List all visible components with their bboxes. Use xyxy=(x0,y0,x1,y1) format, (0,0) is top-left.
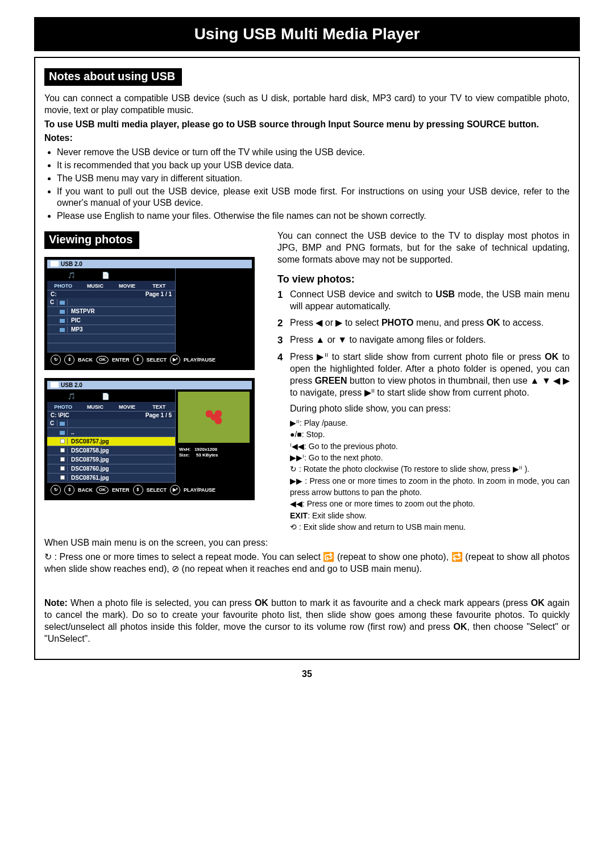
image-icon xyxy=(57,475,68,481)
folder-icon xyxy=(57,326,68,333)
usb-icon xyxy=(51,382,59,388)
usb-icon xyxy=(51,261,59,267)
step: 2Press ◀ or ▶ to select PHOTO menu, and … xyxy=(277,317,570,330)
page-title: Using USB Multi Media Player xyxy=(34,17,580,51)
osd2-path: C: \PIC xyxy=(51,412,69,418)
updown-icon: ⇕ xyxy=(133,485,143,495)
row-name: DSC08760.jpg xyxy=(68,466,175,472)
step: 3Press ▲ or ▼ to navigate among files or… xyxy=(277,334,570,347)
osd-screenshot-2: USB 2.0 🖼 🎵 ▶ 📄 PHOTO xyxy=(44,378,255,500)
notes-bullet: The USB menu may vary in different situa… xyxy=(57,173,570,185)
controls-list: ▶ᴵᴵ: Play /pause. ●/■: Stop. ᴵ◀◀: Go to … xyxy=(290,417,570,533)
section-notes-heading: Notes about using USB xyxy=(44,68,182,86)
row-name: MP3 xyxy=(68,326,175,333)
section-viewing-heading: Viewing photos xyxy=(44,231,139,249)
tab-photo: PHOTO xyxy=(47,404,79,410)
folder-icon xyxy=(57,420,68,426)
flower-image xyxy=(202,409,225,426)
rotate-icon: ↻ xyxy=(51,485,61,495)
row-name: DSC08757.jpg xyxy=(68,438,175,445)
image-icon xyxy=(57,456,68,463)
notes-bullet: It is recommended that you back up your … xyxy=(57,160,570,172)
folder-icon xyxy=(57,317,68,323)
ok-icon: OK xyxy=(96,486,109,494)
folder-icon xyxy=(57,308,68,314)
step: 1Connect USB device and switch to USB mo… xyxy=(277,289,570,313)
notes-label: Notes: xyxy=(44,132,570,144)
control-item: ▶▶ : Press one or more times to zoom in … xyxy=(290,475,570,499)
music-icon: 🎵 xyxy=(67,392,77,402)
enter-label: ENTER xyxy=(112,357,130,363)
control-item: ᴵ◀◀: Go to the previous photo. xyxy=(290,441,570,452)
row-name: DSC08759.jpg xyxy=(68,456,175,463)
playpause-icon: ▶ᴵᴵ xyxy=(170,355,180,365)
enter-label: ENTER xyxy=(112,487,130,493)
photo-info: WxH: 1920x1200 Size: 53 KBytes xyxy=(176,445,252,460)
playpause-label: PLAY/PAUSE xyxy=(184,487,215,493)
control-item: ↻ : Rotate the photo clockwise (To resto… xyxy=(290,463,570,475)
updown-icon: ⇕ xyxy=(133,355,143,365)
notes-bullet: Please use English to name your files. O… xyxy=(57,210,570,222)
row-name: PIC xyxy=(68,317,175,323)
playpause-label: PLAY/PAUSE xyxy=(184,357,215,363)
row-name: DSC08758.jpg xyxy=(68,447,175,454)
folder-icon xyxy=(57,429,68,435)
notes-bold-line: To use USB multi media player, please go… xyxy=(44,119,570,131)
updown-icon: ⇕ xyxy=(64,485,74,495)
photo-icon: 🖼 xyxy=(49,271,60,281)
during-line: During photo slide show, you can press: xyxy=(290,403,570,415)
row-name: MSTPVR xyxy=(68,308,175,314)
to-view-photos-heading: To view photos: xyxy=(277,273,570,285)
notes-bullet: Never remove the USB device or turn off … xyxy=(57,147,570,159)
steps-list: 1Connect USB device and switch to USB mo… xyxy=(277,289,570,398)
tab-movie: MOVIE xyxy=(111,404,143,410)
osd2-usb-label: USB 2.0 xyxy=(47,381,252,389)
movie-icon: ▶ xyxy=(84,392,94,402)
back-label: BACK xyxy=(78,487,93,493)
row-letter: C xyxy=(47,420,57,426)
control-item: EXIT: Exit slide show. xyxy=(290,510,570,521)
back-label: BACK xyxy=(78,357,93,363)
image-icon xyxy=(57,438,68,445)
playpause-icon: ▶ᴵᴵ xyxy=(170,485,180,495)
updown-icon: ⇕ xyxy=(64,355,74,365)
folder-icon xyxy=(57,299,68,305)
osd2-usb-text: USB 2.0 xyxy=(61,382,82,388)
osd1-footer: ↻ ⇕ BACK OK ENTER ⇕ SELECT ▶ᴵᴵ PLAY/PAUS… xyxy=(47,352,252,367)
text-icon: 📄 xyxy=(101,271,111,281)
control-item: ⟲ : Exit slide show and return to USB ma… xyxy=(290,521,570,533)
select-label: SELECT xyxy=(147,357,167,363)
text-icon: 📄 xyxy=(101,392,111,402)
osd1-usb-label: USB 2.0 xyxy=(47,260,252,268)
row-name: .. xyxy=(68,429,175,435)
tab-music: MUSIC xyxy=(79,404,111,410)
page-number: 35 xyxy=(34,669,580,679)
bottom-note: Note: When a photo file is selected, you… xyxy=(44,597,570,645)
osb1-usb-text: USB 2.0 xyxy=(61,261,82,267)
osd-screenshot-1: USB 2.0 🖼 🎵 ▶ 📄 PHOTO xyxy=(44,257,255,370)
row-letter: C xyxy=(47,299,57,305)
osd2-page: Page 1 / 5 xyxy=(146,412,172,418)
osd2-file-table: C .. DSC08757.jpg DSC08758.jpg DSC08759.… xyxy=(47,419,175,483)
bottom-repeat: ↻ : Press one or more times to select a … xyxy=(44,551,570,575)
notes-bullet: If you want to pull out the USB device, … xyxy=(57,186,570,210)
notes-intro: You can connect a compatible USB device … xyxy=(44,93,570,117)
tab-photo: PHOTO xyxy=(47,283,79,289)
tab-text: TEXT xyxy=(143,404,175,410)
image-icon xyxy=(57,447,68,454)
rotate-icon: ↻ xyxy=(51,355,61,365)
control-item: ▶▶ᴵ: Go to the next photo. xyxy=(290,452,570,463)
tab-music: MUSIC xyxy=(79,283,111,289)
tab-movie: MOVIE xyxy=(111,283,143,289)
bottom-intro: When USB main menu is on the screen, you… xyxy=(44,537,570,549)
photo-icon: 🖼 xyxy=(49,392,60,402)
control-item: ◀◀: Press one or more times to zoom out … xyxy=(290,498,570,509)
ok-icon: OK xyxy=(96,356,109,364)
viewing-intro: You can connect the USB device to the TV… xyxy=(277,230,570,265)
select-label: SELECT xyxy=(147,487,167,493)
music-icon: 🎵 xyxy=(67,271,77,281)
osd2-footer: ↻ ⇕ BACK OK ENTER ⇕ SELECT ▶ᴵᴵ PLAY/PAUS… xyxy=(47,483,252,497)
osd1-file-table: C MSTPVR PIC MP3 xyxy=(47,298,175,352)
photo-preview xyxy=(178,392,250,443)
step: 4Press ▶ᴵᴵ to start slide show from curr… xyxy=(277,351,570,398)
